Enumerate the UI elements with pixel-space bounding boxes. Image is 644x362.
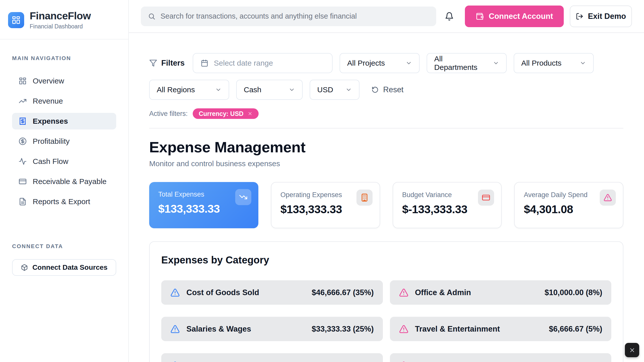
brand: FinanceFlow Financial Dashboard	[0, 0, 128, 39]
connect-data-header: CONNECT DATA	[12, 243, 116, 250]
reset-filters-button[interactable]: Reset	[372, 85, 404, 94]
sidebar-item-label: Receivable & Payable	[33, 177, 107, 186]
projects-dropdown-value: All Projects	[347, 59, 385, 67]
stats-grid: Total Expenses $133,333.33 Operating Exp…	[149, 182, 623, 228]
bell-icon	[445, 12, 454, 21]
sidebar-item-cash-flow[interactable]: Cash Flow	[12, 153, 116, 170]
exit-demo-label: Exit Demo	[588, 12, 626, 21]
alert-triangle-icon	[399, 324, 409, 334]
category-value: $10,000.00 (8%)	[545, 288, 602, 297]
date-range-input[interactable]: Select date range	[193, 53, 333, 73]
section-divider	[149, 128, 623, 128]
sidebar-item-label: Overview	[33, 77, 64, 85]
filters-title: Filters	[161, 59, 185, 68]
alert-triangle-icon	[170, 288, 180, 297]
activity-icon	[19, 157, 27, 165]
projects-dropdown[interactable]: All Projects	[340, 53, 420, 73]
search-input[interactable]	[160, 12, 429, 20]
category-value: $20,000.00 (15%)	[312, 361, 374, 362]
sidebar-item-label: Profitability	[33, 137, 70, 146]
building-icon	[360, 193, 369, 202]
notifications-button[interactable]	[445, 12, 454, 21]
regions-dropdown-value: All Regions	[157, 85, 195, 94]
stat-card-average-daily-spend: Average Daily Spend $4,301.08	[514, 182, 623, 228]
logout-icon	[576, 13, 583, 20]
category-value: $33,333.33 (25%)	[312, 325, 374, 334]
close-overlay-button[interactable]	[625, 343, 639, 357]
category-label: Marketing	[186, 361, 223, 362]
connect-account-label: Connect Account	[489, 12, 553, 21]
chevron-down-icon	[406, 60, 412, 66]
reset-filters-label: Reset	[383, 85, 404, 94]
active-filters-label: Active filters:	[149, 110, 188, 118]
category-row-cost-of-goods-sold: Cost of Goods Sold $46,666.67 (35%)	[161, 280, 383, 305]
alert-triangle-icon	[399, 361, 409, 362]
sidebar-item-label: Reports & Export	[33, 197, 90, 206]
stat-value: $133,333.33	[280, 203, 371, 216]
box-icon	[21, 264, 28, 271]
sidebar-item-reports-export[interactable]: Reports & Export	[12, 193, 116, 210]
search-box[interactable]	[141, 7, 436, 26]
category-row-salaries-wages: Salaries & Wages $33,333.33 (25%)	[161, 317, 383, 341]
search-icon	[148, 13, 155, 20]
nav-section-header: MAIN NAVIGATION	[12, 55, 116, 62]
connect-data-sources-label: Connect Data Sources	[32, 263, 108, 272]
brand-text: FinanceFlow Financial Dashboard	[30, 10, 91, 30]
accounting-method-dropdown[interactable]: Cash	[236, 80, 303, 100]
content: Filters Select date range All Projects A…	[129, 33, 644, 362]
remove-currency-filter-button[interactable]	[248, 111, 253, 116]
date-range-placeholder: Select date range	[214, 59, 273, 67]
exit-demo-button[interactable]: Exit Demo	[570, 6, 632, 27]
sidebar-item-profitability[interactable]: Profitability	[12, 133, 116, 150]
currency-dropdown[interactable]: USD	[310, 80, 359, 100]
category-label: Salaries & Wages	[186, 325, 251, 334]
trending-up-icon	[19, 97, 27, 105]
filters-header: Filters	[149, 59, 185, 68]
departments-dropdown-value: All Departments	[434, 55, 486, 72]
rotate-ccw-icon	[372, 86, 379, 93]
category-grid: Cost of Goods Sold $46,666.67 (35%) Offi…	[161, 280, 611, 362]
accounting-method-value: Cash	[244, 85, 261, 94]
chevron-down-icon	[215, 86, 222, 93]
regions-dropdown[interactable]: All Regions	[149, 80, 229, 100]
trending-down-icon	[239, 193, 248, 201]
connect-account-button[interactable]: Connect Account	[465, 6, 564, 27]
departments-dropdown[interactable]: All Departments	[427, 53, 507, 73]
stat-icon-tile	[356, 190, 373, 206]
chevron-down-icon	[289, 86, 295, 93]
category-row-office-admin: Office & Admin $10,000.00 (8%)	[390, 280, 612, 305]
sidebar-item-expenses[interactable]: Expenses	[12, 113, 116, 129]
category-row-marketing: Marketing $20,000.00 (15%)	[161, 353, 383, 362]
topbar: Connect Account Exit Demo	[129, 0, 644, 33]
sidebar-item-revenue[interactable]: Revenue	[12, 93, 116, 109]
category-value: $3,333.33 (3%)	[549, 361, 602, 362]
chevron-down-icon	[493, 60, 499, 66]
currency-filter-chip[interactable]: Currency: USD	[193, 108, 259, 119]
file-text-icon	[19, 198, 27, 206]
panel-title: Expenses by Category	[161, 254, 611, 266]
close-icon	[629, 347, 635, 353]
category-label: Travel & Entertainment	[415, 325, 500, 334]
connect-data-sources-button[interactable]: Connect Data Sources	[12, 259, 116, 276]
sidebar: FinanceFlow Financial Dashboard MAIN NAV…	[0, 0, 129, 362]
app: FinanceFlow Financial Dashboard MAIN NAV…	[0, 0, 644, 362]
sidebar-item-overview[interactable]: Overview	[12, 73, 116, 89]
stat-icon-tile	[478, 190, 494, 206]
credit-card-icon	[19, 177, 27, 186]
stat-card-operating-expenses: Operating Expenses $133,333.33	[271, 182, 380, 228]
stat-value: $133,333.33	[158, 202, 249, 215]
main-column: Connect Account Exit Demo Filters Select…	[129, 0, 644, 362]
alert-triangle-icon	[603, 193, 612, 202]
alert-triangle-icon	[399, 288, 409, 297]
products-dropdown-value: All Products	[521, 59, 561, 67]
stat-icon-tile	[600, 190, 616, 206]
category-row-travel-entertainment: Travel & Entertainment $6,666.67 (5%)	[390, 317, 612, 341]
chevron-down-icon	[345, 86, 352, 93]
funnel-icon	[149, 59, 157, 67]
category-label: Professional Services	[415, 361, 496, 362]
brand-subtitle: Financial Dashboard	[30, 23, 91, 30]
products-dropdown[interactable]: All Products	[514, 53, 594, 73]
page-subtitle: Monitor and control business expenses	[149, 159, 623, 168]
sidebar-item-receivable-payable[interactable]: Receivable & Payable	[12, 173, 116, 190]
filters-row-1: Filters Select date range All Projects A…	[149, 53, 623, 73]
